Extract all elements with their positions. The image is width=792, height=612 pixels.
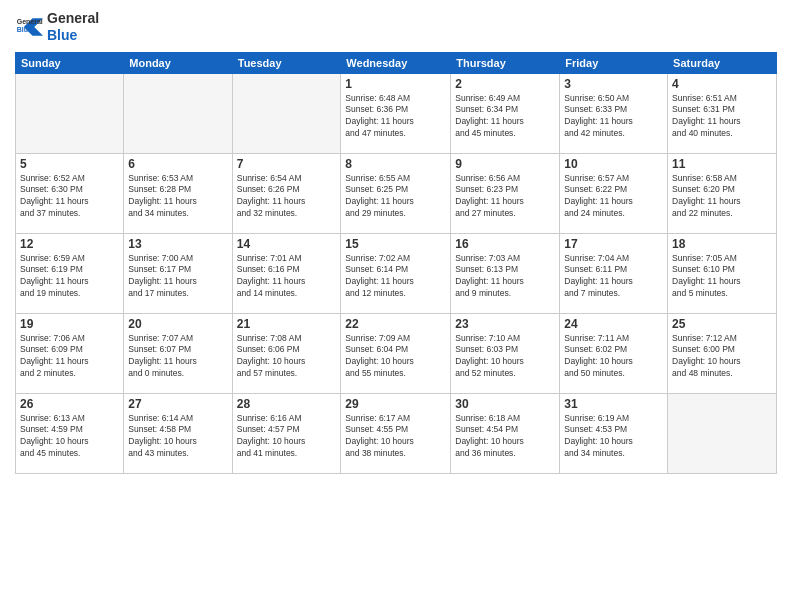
calendar-cell: 4Sunrise: 6:51 AM Sunset: 6:31 PM Daylig… — [668, 73, 777, 153]
day-info: Sunrise: 6:13 AM Sunset: 4:59 PM Dayligh… — [20, 413, 119, 461]
svg-text:General: General — [17, 18, 43, 25]
weekday-header-tuesday: Tuesday — [232, 52, 341, 73]
calendar-cell: 17Sunrise: 7:04 AM Sunset: 6:11 PM Dayli… — [560, 233, 668, 313]
day-info: Sunrise: 6:54 AM Sunset: 6:26 PM Dayligh… — [237, 173, 337, 221]
calendar-cell: 28Sunrise: 6:16 AM Sunset: 4:57 PM Dayli… — [232, 393, 341, 473]
day-info: Sunrise: 7:12 AM Sunset: 6:00 PM Dayligh… — [672, 333, 772, 381]
day-number: 5 — [20, 157, 119, 171]
calendar-cell: 24Sunrise: 7:11 AM Sunset: 6:02 PM Dayli… — [560, 313, 668, 393]
calendar-cell — [232, 73, 341, 153]
day-info: Sunrise: 7:08 AM Sunset: 6:06 PM Dayligh… — [237, 333, 337, 381]
weekday-header-thursday: Thursday — [451, 52, 560, 73]
calendar-cell: 11Sunrise: 6:58 AM Sunset: 6:20 PM Dayli… — [668, 153, 777, 233]
day-number: 22 — [345, 317, 446, 331]
day-number: 20 — [128, 317, 227, 331]
calendar-cell: 6Sunrise: 6:53 AM Sunset: 6:28 PM Daylig… — [124, 153, 232, 233]
day-info: Sunrise: 6:51 AM Sunset: 6:31 PM Dayligh… — [672, 93, 772, 141]
calendar-cell: 3Sunrise: 6:50 AM Sunset: 6:33 PM Daylig… — [560, 73, 668, 153]
day-number: 15 — [345, 237, 446, 251]
calendar-cell: 8Sunrise: 6:55 AM Sunset: 6:25 PM Daylig… — [341, 153, 451, 233]
day-info: Sunrise: 6:55 AM Sunset: 6:25 PM Dayligh… — [345, 173, 446, 221]
day-number: 21 — [237, 317, 337, 331]
calendar-cell: 10Sunrise: 6:57 AM Sunset: 6:22 PM Dayli… — [560, 153, 668, 233]
calendar-cell: 23Sunrise: 7:10 AM Sunset: 6:03 PM Dayli… — [451, 313, 560, 393]
day-number: 7 — [237, 157, 337, 171]
day-number: 18 — [672, 237, 772, 251]
day-number: 8 — [345, 157, 446, 171]
calendar-cell: 1Sunrise: 6:48 AM Sunset: 6:36 PM Daylig… — [341, 73, 451, 153]
logo-icon: General Blue — [15, 13, 43, 41]
day-number: 28 — [237, 397, 337, 411]
calendar-cell: 19Sunrise: 7:06 AM Sunset: 6:09 PM Dayli… — [16, 313, 124, 393]
calendar-cell: 18Sunrise: 7:05 AM Sunset: 6:10 PM Dayli… — [668, 233, 777, 313]
day-info: Sunrise: 6:56 AM Sunset: 6:23 PM Dayligh… — [455, 173, 555, 221]
day-number: 16 — [455, 237, 555, 251]
calendar-cell: 21Sunrise: 7:08 AM Sunset: 6:06 PM Dayli… — [232, 313, 341, 393]
day-info: Sunrise: 7:07 AM Sunset: 6:07 PM Dayligh… — [128, 333, 227, 381]
logo-text: General Blue — [47, 10, 99, 44]
calendar-cell: 20Sunrise: 7:07 AM Sunset: 6:07 PM Dayli… — [124, 313, 232, 393]
day-number: 25 — [672, 317, 772, 331]
day-number: 31 — [564, 397, 663, 411]
day-info: Sunrise: 6:16 AM Sunset: 4:57 PM Dayligh… — [237, 413, 337, 461]
weekday-header-monday: Monday — [124, 52, 232, 73]
calendar-cell: 13Sunrise: 7:00 AM Sunset: 6:17 PM Dayli… — [124, 233, 232, 313]
day-info: Sunrise: 7:10 AM Sunset: 6:03 PM Dayligh… — [455, 333, 555, 381]
day-info: Sunrise: 6:14 AM Sunset: 4:58 PM Dayligh… — [128, 413, 227, 461]
day-info: Sunrise: 6:57 AM Sunset: 6:22 PM Dayligh… — [564, 173, 663, 221]
day-info: Sunrise: 6:18 AM Sunset: 4:54 PM Dayligh… — [455, 413, 555, 461]
calendar-cell: 9Sunrise: 6:56 AM Sunset: 6:23 PM Daylig… — [451, 153, 560, 233]
calendar-cell: 31Sunrise: 6:19 AM Sunset: 4:53 PM Dayli… — [560, 393, 668, 473]
weekday-header-friday: Friday — [560, 52, 668, 73]
day-number: 23 — [455, 317, 555, 331]
day-info: Sunrise: 6:50 AM Sunset: 6:33 PM Dayligh… — [564, 93, 663, 141]
day-info: Sunrise: 7:03 AM Sunset: 6:13 PM Dayligh… — [455, 253, 555, 301]
day-info: Sunrise: 6:53 AM Sunset: 6:28 PM Dayligh… — [128, 173, 227, 221]
calendar-cell: 2Sunrise: 6:49 AM Sunset: 6:34 PM Daylig… — [451, 73, 560, 153]
calendar-page: General Blue General Blue SundayMondayTu… — [0, 0, 792, 612]
weekday-header-row: SundayMondayTuesdayWednesdayThursdayFrid… — [16, 52, 777, 73]
day-info: Sunrise: 7:11 AM Sunset: 6:02 PM Dayligh… — [564, 333, 663, 381]
week-row-5: 26Sunrise: 6:13 AM Sunset: 4:59 PM Dayli… — [16, 393, 777, 473]
calendar-cell: 5Sunrise: 6:52 AM Sunset: 6:30 PM Daylig… — [16, 153, 124, 233]
day-number: 9 — [455, 157, 555, 171]
calendar-cell: 30Sunrise: 6:18 AM Sunset: 4:54 PM Dayli… — [451, 393, 560, 473]
weekday-header-saturday: Saturday — [668, 52, 777, 73]
week-row-3: 12Sunrise: 6:59 AM Sunset: 6:19 PM Dayli… — [16, 233, 777, 313]
calendar-cell: 16Sunrise: 7:03 AM Sunset: 6:13 PM Dayli… — [451, 233, 560, 313]
day-number: 4 — [672, 77, 772, 91]
day-number: 29 — [345, 397, 446, 411]
day-info: Sunrise: 6:48 AM Sunset: 6:36 PM Dayligh… — [345, 93, 446, 141]
day-number: 24 — [564, 317, 663, 331]
calendar-cell: 29Sunrise: 6:17 AM Sunset: 4:55 PM Dayli… — [341, 393, 451, 473]
calendar-cell: 12Sunrise: 6:59 AM Sunset: 6:19 PM Dayli… — [16, 233, 124, 313]
calendar-cell: 15Sunrise: 7:02 AM Sunset: 6:14 PM Dayli… — [341, 233, 451, 313]
day-info: Sunrise: 6:49 AM Sunset: 6:34 PM Dayligh… — [455, 93, 555, 141]
logo: General Blue General Blue — [15, 10, 99, 44]
day-number: 12 — [20, 237, 119, 251]
day-number: 30 — [455, 397, 555, 411]
week-row-2: 5Sunrise: 6:52 AM Sunset: 6:30 PM Daylig… — [16, 153, 777, 233]
day-number: 2 — [455, 77, 555, 91]
day-number: 19 — [20, 317, 119, 331]
day-info: Sunrise: 7:09 AM Sunset: 6:04 PM Dayligh… — [345, 333, 446, 381]
day-number: 11 — [672, 157, 772, 171]
calendar-cell: 27Sunrise: 6:14 AM Sunset: 4:58 PM Dayli… — [124, 393, 232, 473]
day-number: 1 — [345, 77, 446, 91]
day-info: Sunrise: 6:52 AM Sunset: 6:30 PM Dayligh… — [20, 173, 119, 221]
calendar-cell — [124, 73, 232, 153]
weekday-header-sunday: Sunday — [16, 52, 124, 73]
weekday-header-wednesday: Wednesday — [341, 52, 451, 73]
calendar-table: SundayMondayTuesdayWednesdayThursdayFrid… — [15, 52, 777, 474]
day-number: 27 — [128, 397, 227, 411]
day-number: 17 — [564, 237, 663, 251]
calendar-cell: 7Sunrise: 6:54 AM Sunset: 6:26 PM Daylig… — [232, 153, 341, 233]
day-info: Sunrise: 7:02 AM Sunset: 6:14 PM Dayligh… — [345, 253, 446, 301]
day-info: Sunrise: 7:04 AM Sunset: 6:11 PM Dayligh… — [564, 253, 663, 301]
day-number: 10 — [564, 157, 663, 171]
calendar-cell: 25Sunrise: 7:12 AM Sunset: 6:00 PM Dayli… — [668, 313, 777, 393]
day-number: 6 — [128, 157, 227, 171]
week-row-1: 1Sunrise: 6:48 AM Sunset: 6:36 PM Daylig… — [16, 73, 777, 153]
day-info: Sunrise: 7:06 AM Sunset: 6:09 PM Dayligh… — [20, 333, 119, 381]
day-info: Sunrise: 6:19 AM Sunset: 4:53 PM Dayligh… — [564, 413, 663, 461]
